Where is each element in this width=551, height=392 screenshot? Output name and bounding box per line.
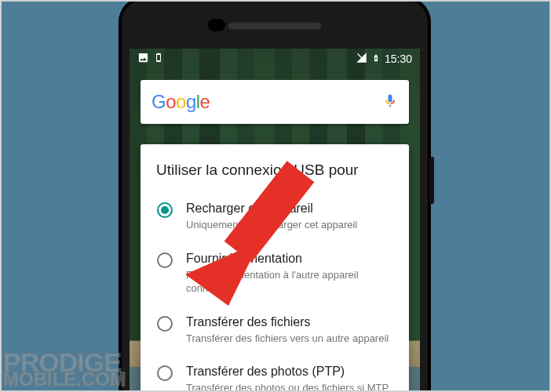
watermark-line2: MOBILE.COM [3, 372, 126, 387]
radio-label: Transférer des fichiers [186, 314, 393, 330]
phone-sensor [208, 19, 225, 31]
google-logo: Google [151, 91, 210, 113]
usb-option-transfer-files[interactable]: Transférer des fichiers Transférer des f… [156, 307, 393, 357]
usb-option-supply-power[interactable]: Fournir l'alimentation Fournir l'aliment… [156, 243, 393, 307]
radio-label: Recharger cet appareil [186, 201, 393, 216]
radio-icon [156, 365, 173, 382]
phone-frame: 15:30 Google Utiliser la connexion USB p… [122, 0, 428, 392]
dialog-title: Utiliser la connexion USB pour [156, 162, 393, 179]
radio-icon [156, 201, 173, 219]
radio-desc: Transférer des fichiers vers un autre ap… [186, 332, 393, 346]
status-time: 15:30 [385, 53, 412, 65]
phone-speaker [228, 22, 322, 30]
status-bar: 15:30 [130, 49, 420, 69]
battery-charging-icon [372, 52, 380, 67]
phone-side-button [429, 157, 434, 204]
radio-desc: Uniquement pour charger cet appareil [186, 218, 393, 232]
device-icon [154, 52, 163, 66]
image-icon [137, 52, 149, 66]
usb-option-transfer-photos[interactable]: Transférer des photos (PTP) Transférer d… [156, 356, 393, 392]
radio-label: Transférer des photos (PTP) [186, 364, 393, 379]
radio-icon [156, 315, 173, 332]
radio-label: Fournir l'alimentation [186, 251, 393, 267]
usb-dialog: Utiliser la connexion USB pour Recharger… [140, 144, 409, 392]
radio-icon [156, 252, 173, 269]
mic-icon[interactable] [382, 90, 398, 114]
watermark: PRODIGE MOBILE.COM [3, 352, 126, 387]
phone-screen: 15:30 Google Utiliser la connexion USB p… [130, 49, 420, 392]
radio-desc: Transférer des photos ou des fichiers si… [186, 381, 393, 392]
signal-icon [356, 52, 367, 66]
radio-desc: Fournir l'alimentation à l'autre apparei… [186, 268, 393, 296]
google-search-widget[interactable]: Google [140, 80, 409, 124]
usb-option-charge[interactable]: Recharger cet appareil Uniquement pour c… [156, 193, 393, 243]
